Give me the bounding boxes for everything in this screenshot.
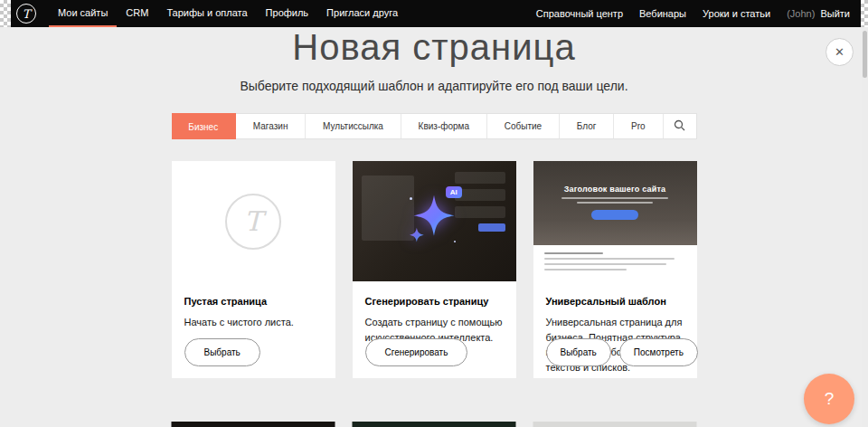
tab-pro[interactable]: Pro <box>614 114 663 138</box>
topbar: T Мои сайты CRM Тарифы и оплата Профиль … <box>0 0 868 27</box>
transparency-checker-right <box>861 0 868 27</box>
menu-item-crm[interactable]: CRM <box>117 0 157 27</box>
tab-quiz-form[interactable]: Квиз-форма <box>401 114 487 138</box>
menu-item-my-sites[interactable]: Мои сайты <box>49 0 117 27</box>
tab-shop[interactable]: Магазин <box>236 114 306 138</box>
card-title: Пустая страница <box>184 296 323 307</box>
tab-blog[interactable]: Блог <box>560 114 614 138</box>
logout-label: Выйти <box>820 8 850 19</box>
card-blank-page: T Пустая страница Начать с чистого листа… <box>172 161 335 378</box>
card-title: Сгенерировать страницу <box>365 296 504 307</box>
card-partial[interactable] <box>533 422 697 427</box>
choose-button[interactable]: Выбрать <box>546 338 611 366</box>
ai-thumb-block <box>478 223 505 232</box>
generate-button[interactable]: Сгенерировать <box>365 338 468 366</box>
ai-badge: AI <box>446 186 462 198</box>
link-webinars[interactable]: Вебинары <box>631 8 694 19</box>
preview-text-line <box>561 197 668 199</box>
preview-text-line <box>544 252 604 254</box>
tilda-logo-circle: T <box>225 194 281 250</box>
preview-text-section <box>533 245 697 281</box>
sparkle-dot <box>410 197 412 200</box>
topbar-right: Справочный центр Вебинары Уроки и статьи… <box>528 0 850 27</box>
view-button[interactable]: Посмотреть <box>619 338 698 366</box>
page-title: Новая страница <box>0 27 868 68</box>
menu-item-profile[interactable]: Профиль <box>257 0 318 27</box>
tab-multilink[interactable]: Мультиссылка <box>306 114 401 138</box>
topbar-menu: Мои сайты CRM Тарифы и оплата Профиль Пр… <box>49 0 407 27</box>
ai-thumbnail: AI <box>353 161 516 281</box>
card-partial[interactable] <box>353 422 516 427</box>
choose-button[interactable]: Выбрать <box>184 338 260 366</box>
tab-business[interactable]: Бизнес <box>172 113 237 139</box>
scrollbar-track <box>862 27 868 427</box>
preview-heading: Заголовок вашего сайта <box>564 185 666 194</box>
next-row-cards <box>172 422 697 427</box>
card-title: Универсальный шаблон <box>546 296 684 307</box>
preview-text-line <box>544 263 666 265</box>
card-description: Начать с чистого листа. <box>184 315 323 330</box>
template-cards: T Пустая страница Начать с чистого листа… <box>172 161 697 378</box>
link-lessons[interactable]: Уроки и статьи <box>694 8 778 19</box>
menu-item-invite-friend[interactable]: Пригласи друга <box>317 0 407 27</box>
question-icon: ? <box>825 389 835 409</box>
preview-text-line <box>544 269 627 270</box>
ai-thumb-block <box>455 172 505 184</box>
card-generate-ai: AI Сгенерировать страницу Создать страни… <box>353 161 516 378</box>
card-partial[interactable] <box>172 422 335 427</box>
transparency-checker-left <box>0 0 11 27</box>
sparkle-dot <box>454 241 456 242</box>
preview-text-line <box>544 258 675 260</box>
search-icon <box>674 119 685 133</box>
preview-cta-button <box>591 210 638 220</box>
template-preview-thumbnail: Заголовок вашего сайта <box>533 161 697 281</box>
scrollbar-thumb[interactable] <box>863 31 867 78</box>
preview-text-line <box>577 202 653 204</box>
link-help-center[interactable]: Справочный центр <box>528 8 631 19</box>
template-category-tabs: Бизнес Магазин Мультиссылка Квиз-форма С… <box>172 113 697 139</box>
menu-item-tariffs[interactable]: Тарифы и оплата <box>157 0 256 27</box>
blank-page-thumbnail: T <box>172 161 335 281</box>
tilda-logo-letter: T <box>244 205 262 237</box>
preview-hero-section: Заголовок вашего сайта <box>533 161 697 245</box>
tab-event[interactable]: Событие <box>487 114 560 138</box>
page-subtitle: Выберите подходящий шаблон и адаптируйте… <box>0 79 868 93</box>
card-universal-template: Заголовок вашего сайта Универсальный шаб… <box>533 161 697 378</box>
close-button[interactable]: ✕ <box>826 38 854 66</box>
account-logout[interactable]: (John) Выйти <box>778 8 850 19</box>
close-icon: ✕ <box>835 45 844 59</box>
help-button[interactable]: ? <box>804 374 854 424</box>
tab-search[interactable] <box>664 114 696 138</box>
tilda-logo-letter: T <box>23 7 31 21</box>
account-name: (John) <box>787 8 815 19</box>
tilda-logo[interactable]: T <box>16 4 36 24</box>
